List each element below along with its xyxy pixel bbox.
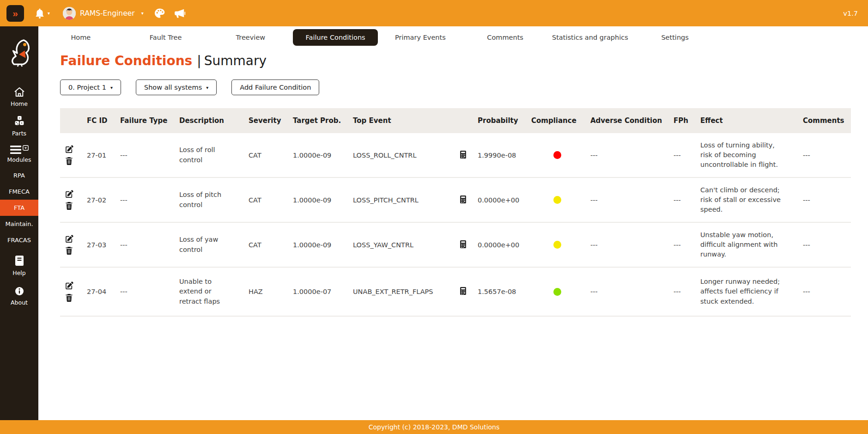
compliance-indicator — [553, 151, 561, 159]
probability-cell: 1.5657e-08 — [478, 288, 531, 295]
sidebar-item-label: Parts — [12, 130, 26, 137]
sidebar-item-label: Maintain. — [5, 220, 33, 227]
app-logo — [6, 38, 33, 69]
adverse-condition-cell: --- — [590, 288, 674, 295]
sidebar-item-maintain[interactable]: Maintain. — [0, 216, 38, 232]
tab-primary-events[interactable]: Primary Events — [378, 29, 463, 46]
edit-row-button[interactable] — [65, 281, 73, 290]
fc-id-cell: 27-04 — [87, 288, 120, 295]
page-title-separator: | — [197, 53, 201, 68]
notifications-menu[interactable]: ▾ — [34, 8, 50, 19]
footer: Copyright (c) 2018-2023, DMD Solutions — [0, 420, 868, 434]
home-icon — [14, 87, 25, 98]
calculator-icon — [459, 151, 467, 159]
adverse-condition-cell: --- — [590, 196, 674, 204]
header-comments: Comments — [803, 116, 851, 125]
book-icon — [14, 255, 24, 268]
sidebar-item-label: FMECA — [9, 188, 30, 195]
sidebar-item-fmeca[interactable]: FMECA — [0, 183, 38, 200]
description-cell: Loss of yaw control — [179, 235, 249, 254]
sidebar: Home Modules Parts — [0, 26, 38, 420]
user-menu[interactable]: RAMS-Engineer ▾ — [63, 7, 144, 20]
header-failure-type: Failure Type — [120, 116, 179, 125]
trash-icon — [65, 157, 73, 165]
delete-row-button[interactable] — [65, 247, 73, 255]
tab-settings[interactable]: Settings — [632, 29, 717, 46]
trash-icon — [65, 294, 73, 302]
sidebar-item-about[interactable]: About — [0, 282, 38, 310]
sidebar-item-label: Modules — [7, 156, 31, 163]
edit-row-button[interactable] — [65, 235, 73, 243]
header-adverse-condition: Adverse Condition — [590, 116, 674, 125]
calculate-probability-button[interactable] — [459, 151, 467, 160]
page-title-subtitle: Summary — [204, 53, 267, 68]
severity-cell: HAZ — [249, 288, 293, 295]
header-description: Description — [179, 116, 249, 125]
theme-palette-button[interactable] — [154, 7, 165, 19]
effect-cell: Can't climb or descend; risk of stall or… — [700, 185, 803, 214]
effect-cell: Longer runway needed; affects fuel effic… — [700, 277, 803, 306]
probability-cell: 0.0000e+00 — [478, 196, 531, 204]
add-failure-condition-label: Add Failure Condition — [240, 84, 311, 91]
tab-home[interactable]: Home — [38, 29, 123, 46]
top-event-cell: UNAB_EXT_RETR_FLAPS — [353, 288, 459, 295]
delete-row-button[interactable] — [65, 202, 73, 210]
failure-conditions-table: FC ID Failure Type Description Severity … — [60, 108, 851, 317]
sidebar-item-fracas[interactable]: FRACAS — [0, 232, 38, 248]
copyright-text: Copyright (c) 2018-2023, DMD Solutions — [369, 423, 500, 431]
calculate-probability-button[interactable] — [459, 287, 467, 296]
calculator-icon — [459, 287, 467, 295]
fc-id-cell: 27-01 — [87, 152, 120, 159]
sidebar-collapse-button[interactable]: » — [6, 5, 24, 22]
page-title: Failure Conditions|Summary — [60, 53, 868, 68]
sidebar-item-modules[interactable]: Modules — [0, 141, 38, 167]
delete-row-button[interactable] — [65, 157, 73, 165]
toolbar: 0. Project 1 ▾ Show all systems ▾ Add Fa… — [60, 79, 868, 95]
tab-statistics[interactable]: Statistics and graphics — [548, 29, 633, 46]
severity-cell: CAT — [249, 196, 293, 204]
target-prob-cell: 1.0000e-07 — [293, 288, 353, 295]
failure-type-cell: --- — [120, 288, 179, 295]
tab-fault-tree[interactable]: Fault Tree — [123, 29, 208, 46]
sidebar-item-parts[interactable]: Modules Parts — [0, 111, 38, 141]
comments-cell: --- — [803, 196, 851, 204]
delete-row-button[interactable] — [65, 293, 73, 302]
sidebar-item-label: Home — [11, 100, 28, 107]
trash-icon — [65, 247, 73, 255]
project-select-label: 0. Project 1 — [68, 84, 106, 91]
target-prob-cell: 1.0000e-09 — [293, 152, 353, 159]
tab-failure-conditions[interactable]: Failure Conditions — [293, 29, 378, 46]
sidebar-item-home[interactable]: Home — [0, 83, 38, 111]
announcements-button[interactable] — [174, 7, 186, 19]
effect-cell: Unstable yaw motion, difficult alignment… — [700, 230, 803, 259]
megaphone-icon — [174, 7, 186, 19]
edit-row-button[interactable] — [65, 145, 73, 153]
failure-type-cell: --- — [120, 241, 179, 249]
sidebar-item-rpa[interactable]: RPA — [0, 167, 38, 183]
tab-treeview[interactable]: Treeview — [208, 29, 293, 46]
edit-row-button[interactable] — [65, 190, 73, 198]
systems-filter-label: Show all systems — [144, 84, 202, 91]
comments-cell: --- — [803, 152, 851, 159]
calculate-probability-button[interactable] — [459, 240, 467, 250]
edit-pencil-icon — [65, 281, 73, 290]
chevron-down-icon: ▾ — [110, 85, 113, 90]
top-bar: » ▾ RAMS-Engineer ▾ — [0, 0, 868, 26]
compliance-indicator — [553, 288, 561, 296]
sidebar-item-fta[interactable]: FTA — [0, 200, 38, 216]
header-top-event: Top Event — [353, 116, 459, 125]
calculate-probability-button[interactable] — [459, 196, 467, 205]
user-avatar — [63, 7, 76, 20]
calculator-icon — [459, 196, 467, 203]
tab-comments[interactable]: Comments — [463, 29, 548, 46]
fph-cell: --- — [674, 288, 700, 295]
edit-pencil-icon — [65, 145, 73, 153]
systems-filter-dropdown[interactable]: Show all systems ▾ — [136, 79, 217, 95]
sidebar-item-help[interactable]: Help — [0, 251, 38, 281]
sidebar-item-label: RPA — [13, 172, 25, 179]
parts-cubes-icon — [13, 116, 25, 128]
add-failure-condition-button[interactable]: Add Failure Condition — [231, 79, 319, 95]
project-select-dropdown[interactable]: 0. Project 1 ▾ — [60, 79, 121, 95]
chevron-down-icon: ▾ — [48, 11, 50, 16]
info-icon — [15, 287, 24, 297]
